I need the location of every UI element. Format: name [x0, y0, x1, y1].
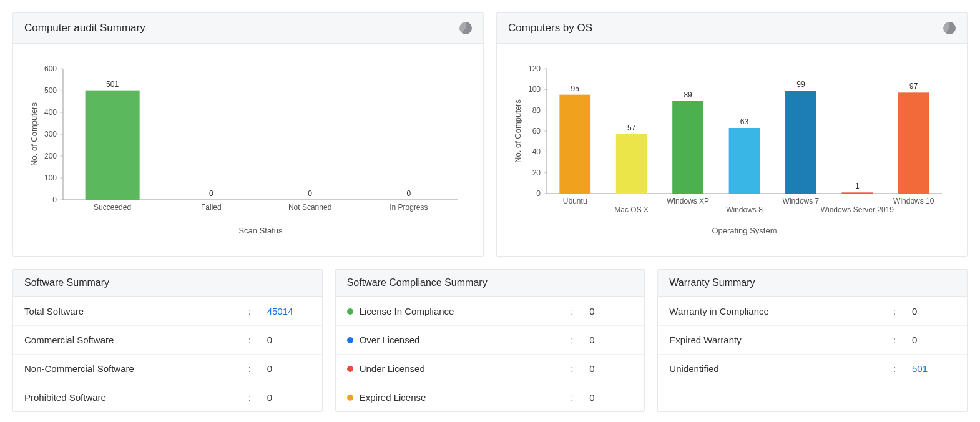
svg-rect-61 [898, 92, 929, 194]
top-charts-row: Computer audit Summary 01002003004005006… [12, 12, 968, 257]
svg-text:0: 0 [407, 189, 411, 198]
svg-text:99: 99 [796, 80, 805, 89]
summary-value[interactable]: 45014 [267, 306, 311, 316]
audit-summary-card: Computer audit Summary 01002003004005006… [12, 12, 484, 257]
pie-chart-icon[interactable] [943, 22, 956, 34]
summary-colon: : [893, 335, 912, 345]
svg-rect-43 [559, 95, 590, 194]
svg-text:120: 120 [528, 64, 541, 73]
svg-text:0: 0 [536, 189, 541, 198]
svg-text:89: 89 [684, 91, 692, 99]
summary-colon: : [571, 335, 589, 345]
summary-colon: : [248, 392, 267, 403]
audit-card-title: Computer audit Summary [24, 22, 145, 34]
compliance-summary-header: Software Compliance Summary [336, 270, 645, 297]
svg-text:Scan Status: Scan Status [238, 226, 283, 235]
svg-text:400: 400 [44, 108, 57, 117]
svg-text:300: 300 [44, 130, 57, 139]
svg-text:500: 500 [44, 86, 57, 95]
svg-text:100: 100 [44, 174, 57, 182]
summary-value: 0 [267, 392, 311, 403]
svg-text:No. of Computers: No. of Computers [29, 102, 39, 166]
summary-label: Over Licensed [360, 335, 571, 345]
summary-label: Under Licensed [360, 363, 571, 374]
compliance-summary-body: License In Compliance:0Over Licensed:0Un… [336, 297, 645, 411]
svg-rect-58 [841, 192, 873, 194]
warranty-summary-body: Warranty in Compliance:0Expired Warranty… [658, 297, 967, 383]
summary-colon: : [571, 392, 589, 403]
svg-text:In Progress: In Progress [390, 203, 428, 212]
summary-value: 0 [912, 335, 956, 345]
summary-row: Non-Commercial Software:0 [13, 354, 322, 383]
summary-row: Expired License:0 [336, 383, 645, 411]
compliance-summary-card: Software Compliance Summary License In C… [335, 269, 645, 412]
summary-colon: : [893, 363, 912, 374]
svg-text:Succeeded: Succeeded [94, 203, 131, 212]
summary-colon: : [571, 306, 589, 316]
svg-rect-16 [86, 91, 140, 200]
summary-colon: : [893, 306, 912, 316]
summary-label: Non-Commercial Software [24, 363, 248, 374]
summary-value: 0 [267, 363, 311, 374]
summary-row: Total Software:45014 [13, 297, 322, 325]
os-card-header: Computers by OS [497, 13, 967, 44]
os-bar-chart: 02040608010012095Ubuntu57Mac OS X89Windo… [509, 56, 954, 237]
svg-text:0: 0 [52, 195, 57, 204]
svg-text:63: 63 [740, 117, 749, 126]
svg-text:Windows 8: Windows 8 [726, 205, 763, 214]
svg-rect-49 [672, 101, 703, 194]
warranty-summary-title: Warranty Summary [669, 277, 755, 288]
svg-text:501: 501 [106, 80, 119, 89]
svg-text:Not Scanned: Not Scanned [288, 203, 331, 212]
software-summary-header: Software Summary [13, 270, 322, 297]
svg-text:Windows XP: Windows XP [667, 197, 709, 205]
summary-row: Warranty in Compliance:0 [658, 297, 967, 325]
svg-text:40: 40 [532, 147, 541, 156]
svg-text:1: 1 [855, 182, 860, 190]
summary-row: Expired Warranty:0 [658, 325, 967, 354]
svg-text:Mac OS X: Mac OS X [614, 205, 649, 214]
svg-text:60: 60 [532, 127, 541, 135]
os-summary-card: Computers by OS 02040608010012095Ubuntu5… [496, 12, 968, 257]
warranty-summary-header: Warranty Summary [658, 270, 967, 297]
summary-colon: : [248, 335, 267, 345]
svg-text:200: 200 [44, 152, 57, 160]
os-card-title: Computers by OS [508, 22, 592, 34]
svg-rect-52 [729, 128, 760, 194]
summary-value: 0 [589, 306, 633, 316]
status-dot-icon [347, 395, 353, 401]
summary-row: Prohibited Software:0 [13, 383, 322, 411]
summary-row: Unidentified:501 [658, 354, 967, 383]
svg-text:0: 0 [209, 189, 213, 198]
svg-text:Failed: Failed [201, 203, 222, 212]
pie-chart-icon[interactable] [459, 22, 472, 34]
svg-text:Windows 7: Windows 7 [783, 197, 820, 205]
summary-row: Over Licensed:0 [336, 325, 645, 354]
summary-label: License In Compliance [360, 306, 571, 316]
status-dot-icon [347, 308, 353, 315]
svg-text:97: 97 [909, 82, 918, 91]
svg-text:600: 600 [44, 64, 57, 73]
summary-label: Prohibited Software [24, 392, 248, 403]
summary-label: Total Software [24, 306, 248, 316]
svg-text:95: 95 [571, 84, 580, 93]
svg-text:Windows Server 2019: Windows Server 2019 [821, 205, 894, 214]
audit-card-header: Computer audit Summary [13, 13, 483, 44]
summary-label: Commercial Software [24, 335, 248, 345]
summary-value: 0 [589, 392, 633, 403]
svg-rect-55 [785, 91, 816, 194]
os-chart-body: 02040608010012095Ubuntu57Mac OS X89Windo… [497, 44, 967, 256]
svg-text:20: 20 [532, 169, 541, 177]
compliance-summary-title: Software Compliance Summary [347, 277, 488, 288]
audit-chart-body: 0100200300400500600501Succeeded0Failed0N… [13, 44, 483, 256]
svg-text:Windows 10: Windows 10 [893, 197, 934, 205]
summary-label: Expired License [360, 392, 571, 403]
svg-text:0: 0 [308, 189, 312, 198]
svg-text:Operating System: Operating System [712, 226, 777, 235]
software-summary-title: Software Summary [24, 277, 109, 288]
summary-value[interactable]: 501 [912, 363, 956, 374]
summary-colon: : [248, 306, 267, 316]
svg-text:80: 80 [532, 106, 541, 115]
svg-text:100: 100 [528, 85, 541, 94]
summary-value: 0 [267, 335, 311, 345]
